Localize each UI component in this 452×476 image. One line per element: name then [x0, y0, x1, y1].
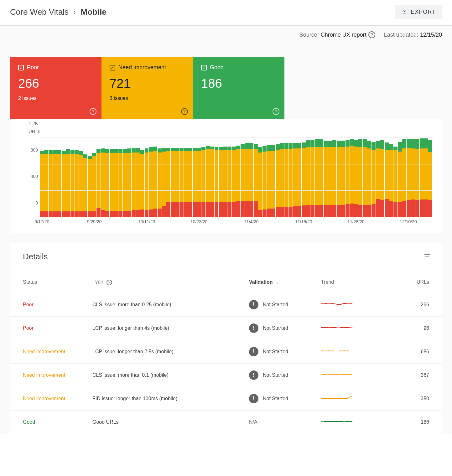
chart-bar[interactable]	[127, 148, 131, 217]
chart-bar[interactable]	[215, 147, 219, 217]
chart-bar[interactable]	[223, 147, 227, 217]
chart-bar[interactable]	[293, 143, 297, 217]
chart-bar[interactable]	[241, 144, 245, 217]
chart-bar[interactable]	[105, 149, 109, 217]
chart-bar[interactable]	[140, 150, 144, 217]
chart-bar[interactable]	[79, 151, 83, 217]
chart-bar[interactable]	[149, 147, 153, 217]
chart-bar[interactable]	[110, 149, 114, 217]
breadcrumb-parent[interactable]: Core Web Vitals	[10, 7, 69, 17]
chart-bar[interactable]	[197, 148, 201, 217]
chart-bar[interactable]	[96, 149, 101, 217]
help-icon[interactable]: ?	[90, 108, 96, 115]
filter-icon[interactable]	[423, 252, 431, 261]
chart-bar[interactable]	[153, 147, 157, 217]
chart-bar[interactable]	[363, 139, 367, 217]
chart-bar[interactable]	[288, 143, 293, 217]
chart-bar[interactable]	[345, 140, 350, 217]
table-row[interactable]: GoodGood URLsN/A186	[10, 410, 442, 434]
table-row[interactable]: Need improvementFID issue: longer than 1…	[10, 387, 442, 410]
help-icon[interactable]: ?	[368, 31, 375, 38]
chart-bar[interactable]	[376, 141, 380, 217]
chart-bar[interactable]	[341, 141, 345, 218]
chart-bar[interactable]	[254, 144, 258, 217]
chart-bar[interactable]	[328, 141, 332, 217]
chart-bar[interactable]	[232, 147, 236, 217]
chart-bar[interactable]	[262, 146, 267, 217]
chart-bar[interactable]	[88, 156, 92, 217]
chart-bar[interactable]	[415, 139, 419, 217]
chart-bar[interactable]	[389, 144, 393, 217]
checkbox-icon[interactable]: ✓	[201, 65, 207, 70]
chart-bar[interactable]	[267, 145, 271, 217]
chart-bar[interactable]	[49, 150, 53, 217]
chart-bar[interactable]	[219, 147, 223, 217]
col-status[interactable]: Status	[10, 271, 89, 293]
chart-bar[interactable]	[428, 140, 432, 217]
chart-bar[interactable]	[210, 147, 214, 217]
chart-bar[interactable]	[276, 144, 280, 217]
chart-bar[interactable]	[132, 148, 136, 217]
chart-bar[interactable]	[201, 147, 205, 217]
chart-bar[interactable]	[280, 143, 284, 217]
chart-bar[interactable]	[40, 151, 44, 217]
chart-bar[interactable]	[123, 149, 127, 217]
chart-bar[interactable]	[193, 148, 197, 217]
chart-bar[interactable]	[184, 148, 188, 217]
chart-bar[interactable]	[66, 149, 70, 217]
col-urls[interactable]: URLs	[389, 271, 442, 293]
chart-bar[interactable]	[158, 148, 162, 217]
chart-bar[interactable]	[62, 151, 66, 217]
chart-bar[interactable]	[206, 146, 210, 217]
chart-bar[interactable]	[92, 153, 96, 217]
col-validation[interactable]: Validation ↓	[245, 271, 317, 293]
table-row[interactable]: PoorLCP issue: longer than 4s (mobile)!N…	[10, 316, 442, 340]
chart-bar[interactable]	[175, 148, 179, 217]
chart-bar[interactable]	[188, 148, 192, 217]
chart-bar[interactable]	[407, 139, 411, 217]
chart-bar[interactable]	[171, 148, 175, 217]
chart-bar[interactable]	[44, 150, 48, 217]
chart-bar[interactable]	[245, 143, 249, 217]
chart-bar[interactable]	[145, 148, 149, 217]
chart-bar[interactable]	[166, 148, 170, 217]
chart-bar[interactable]	[227, 147, 231, 217]
table-row[interactable]: PoorCLS issue: more than 0.25 (mobile)!N…	[10, 293, 442, 316]
chart-bar[interactable]	[114, 149, 118, 217]
chart-bar[interactable]	[350, 139, 354, 217]
chart-bar[interactable]	[70, 150, 75, 217]
chart-bar[interactable]	[380, 140, 384, 217]
chart-bar[interactable]	[57, 150, 61, 217]
chart-bar[interactable]	[179, 148, 184, 217]
chart-bar[interactable]	[337, 141, 341, 218]
chart-bar[interactable]	[271, 145, 275, 217]
checkbox-icon[interactable]: ✓	[110, 65, 115, 70]
chart-bar[interactable]	[310, 140, 314, 217]
chart-bar[interactable]	[354, 140, 358, 217]
col-type[interactable]: Type ?	[89, 271, 245, 293]
table-row[interactable]: Need improvementLCP issue: longer than 2…	[10, 340, 442, 363]
chart-bar[interactable]	[332, 140, 336, 217]
col-trend[interactable]: Trend	[317, 271, 389, 293]
chart-bar[interactable]	[402, 139, 406, 217]
chart-bar[interactable]	[324, 141, 328, 218]
chart-bar[interactable]	[367, 141, 371, 218]
chart-bar[interactable]	[358, 139, 362, 217]
chart-bar[interactable]	[258, 147, 262, 217]
chart-bar[interactable]	[284, 143, 288, 217]
card-poor[interactable]: ✓ Poor 266 2 issues ?	[10, 57, 101, 119]
help-icon[interactable]: ?	[181, 108, 188, 115]
help-icon[interactable]: ?	[273, 108, 279, 115]
chart-bar[interactable]	[101, 148, 105, 217]
chart-bar[interactable]	[315, 139, 319, 217]
chart-bar[interactable]	[236, 146, 240, 217]
chart-bar[interactable]	[319, 139, 323, 217]
chart-bar[interactable]	[420, 138, 424, 217]
chart-bar[interactable]	[249, 143, 253, 217]
card-need-improvement[interactable]: ✓ Need improvement 721 3 issues ?	[101, 57, 193, 119]
help-icon[interactable]: ?	[107, 280, 112, 285]
chart-bar[interactable]	[136, 148, 140, 217]
chart-bar[interactable]	[306, 140, 310, 217]
chart-bar[interactable]	[398, 142, 402, 217]
chart-bar[interactable]	[75, 150, 79, 217]
